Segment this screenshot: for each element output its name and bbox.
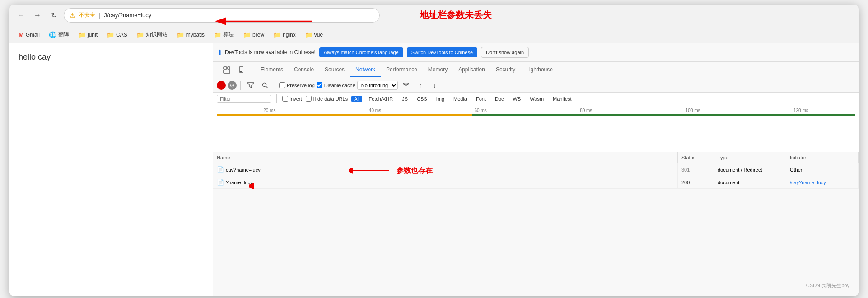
timeline-progress [217, 114, 855, 116]
row1-name: cay?name=lucy [226, 167, 261, 172]
filter-js-button[interactable]: JS [399, 96, 411, 102]
disable-cache-checkbox[interactable]: Disable cache [317, 82, 355, 88]
bookmark-knowledge[interactable]: 📁 知识网站 [133, 29, 171, 40]
always-match-button[interactable]: Always match Chrome's language [319, 47, 403, 57]
tab-lighthouse[interactable]: Lighthouse [521, 63, 558, 77]
main-area: hello cay ℹ DevTools is now available in… [9, 43, 859, 296]
bookmark-translate[interactable]: 🌐 翻译 [45, 29, 73, 40]
hide-data-urls-input[interactable] [306, 96, 312, 102]
folder-icon: 📁 [107, 31, 114, 38]
filter-ws-button[interactable]: WS [510, 96, 524, 102]
download-icon-button[interactable]: ↓ [429, 79, 441, 92]
td-initiator-2: /cay?name=lucy [786, 176, 859, 188]
bookmark-junit-label: junit [88, 32, 98, 38]
th-type: Type [714, 152, 786, 163]
bookmark-brew[interactable]: 📁 brew [239, 29, 268, 40]
record-button[interactable] [217, 81, 226, 90]
filter-media-button[interactable]: Media [451, 96, 470, 102]
url-separator: | [99, 12, 100, 19]
forward-button[interactable]: → [31, 9, 44, 22]
tab-performance[interactable]: Performance [381, 63, 423, 77]
bookmark-algorithm[interactable]: 📁 算法 [210, 29, 238, 40]
throttle-select[interactable]: No throttling [357, 81, 398, 90]
timeline-empty [213, 116, 859, 152]
tab-network[interactable]: Network [350, 63, 381, 77]
bookmark-mybatis[interactable]: 📁 mybatis [173, 29, 208, 40]
network-table-header: Name Status Type Initiator [213, 152, 859, 163]
timeline-marker-120: 120 ms [793, 108, 808, 113]
tab-security[interactable]: Security [490, 63, 521, 77]
inspect-element-button[interactable] [220, 64, 233, 76]
switch-devtools-button[interactable]: Switch DevTools to Chinese [407, 47, 477, 57]
hide-data-urls-label: Hide data URLs [313, 96, 348, 102]
table-rows-wrapper: 📄 cay?name=lucy 301 document / Redirect … [213, 163, 859, 189]
preserve-log-checkbox[interactable]: Preserve log [279, 82, 315, 88]
hide-data-urls-checkbox[interactable]: Hide data URLs [306, 96, 348, 102]
annotation-arrow [222, 14, 312, 28]
preserve-log-input[interactable] [279, 82, 285, 88]
page-main-text: hello cay [19, 52, 51, 61]
reload-button[interactable]: ↻ [47, 9, 60, 22]
disable-cache-label: Disable cache [324, 83, 355, 88]
info-icon: ℹ [219, 48, 221, 57]
initiator-link[interactable]: /cay?name=lucy [790, 180, 826, 185]
filter-xhr-button[interactable]: Fetch/XHR [366, 96, 396, 102]
svg-rect-2 [224, 67, 227, 69]
filter-manifest-button[interactable]: Manifest [550, 96, 574, 102]
block-button[interactable]: ⊘ [228, 81, 237, 90]
wifi-icon-button[interactable] [400, 79, 412, 92]
bookmark-brew-label: brew [252, 32, 264, 38]
search-button[interactable] [259, 79, 271, 92]
td-name-2: 📄 ?name=lucy [213, 176, 678, 188]
bookmark-gmail[interactable]: M Gmail [15, 29, 43, 40]
bookmark-nginx[interactable]: 📁 nginx [270, 29, 299, 40]
svg-rect-3 [224, 70, 230, 73]
th-initiator: Initiator [786, 152, 859, 163]
td-type-1: document / Redirect [714, 163, 786, 176]
folder-icon: 📁 [305, 31, 313, 38]
table-row[interactable]: 📄 ?name=lucy 200 document /cay?name=lucy [213, 176, 859, 189]
filter-doc-button[interactable]: Doc [492, 96, 507, 102]
tab-sources[interactable]: Sources [319, 63, 350, 77]
file-icon-1: 📄 [217, 166, 224, 173]
bookmark-nginx-label: nginx [283, 32, 296, 38]
csdn-text: CSDN @凯先生boy [806, 283, 849, 288]
table-row[interactable]: 📄 cay?name=lucy 301 document / Redirect … [213, 163, 859, 176]
device-toolbar-button[interactable] [235, 64, 247, 76]
filter-all-button[interactable]: All [351, 96, 362, 102]
filter-img-button[interactable]: Img [434, 96, 447, 102]
tab-elements[interactable]: Elements [255, 63, 289, 77]
filter-button[interactable] [244, 79, 257, 92]
bookmark-vue-label: vue [314, 32, 323, 38]
filter-input[interactable] [217, 95, 271, 103]
timeline-marker-20: 20 ms [263, 108, 275, 113]
disable-cache-input[interactable] [317, 82, 322, 88]
td-status-1: 301 [678, 163, 714, 176]
bookmark-translate-label: 翻译 [58, 31, 69, 38]
dont-show-again-button[interactable]: Don't show again [481, 47, 529, 58]
folder-icon: 📁 [243, 31, 251, 38]
tab-memory[interactable]: Memory [423, 63, 453, 77]
bookmark-vue[interactable]: 📁 vue [301, 29, 327, 40]
filter-font-button[interactable]: Font [473, 96, 489, 102]
filter-wasm-button[interactable]: Wasm [527, 96, 546, 102]
timeline-bar: 20 ms 40 ms 60 ms 80 ms 100 ms 120 ms [213, 105, 859, 116]
svg-point-7 [263, 83, 266, 86]
folder-icon: 📁 [136, 31, 144, 38]
bookmark-gmail-label: Gmail [26, 32, 40, 38]
address-bar[interactable]: ⚠ 不安全 | 3/cay/?name=lucy [64, 8, 380, 23]
bookmark-junit[interactable]: 📁 junit [75, 29, 101, 40]
filter-css-button[interactable]: CSS [414, 96, 430, 102]
upload-icon-button[interactable]: ↑ [414, 79, 427, 92]
back-button[interactable]: ← [15, 9, 28, 22]
tab-console[interactable]: Console [289, 63, 319, 77]
th-name: Name [213, 152, 678, 163]
svg-line-8 [266, 86, 268, 88]
bookmark-cas[interactable]: 📁 CAS [103, 29, 131, 40]
invert-input[interactable] [282, 96, 288, 102]
tab-application[interactable]: Application [453, 63, 490, 77]
td-type-2: document [714, 176, 786, 188]
devtools-tab-bar: Elements Console Sources Network Perform… [213, 62, 859, 78]
not-secure-label: 不安全 [79, 11, 95, 19]
invert-checkbox[interactable]: Invert [282, 96, 302, 102]
